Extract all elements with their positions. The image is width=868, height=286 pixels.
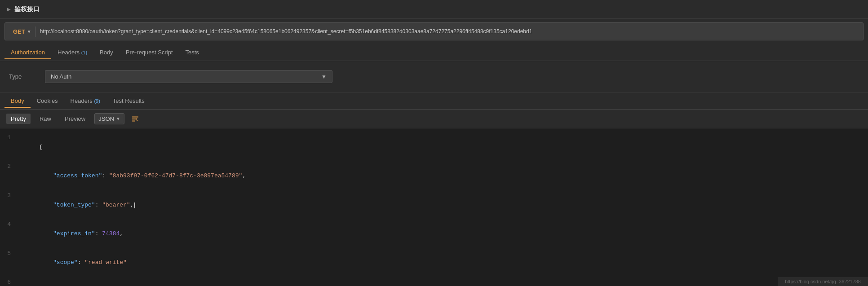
- title-bar: ▶ 鉴权接口: [0, 0, 868, 19]
- code-line-3: 3 "token_type": "bearer",: [0, 191, 868, 220]
- tab-pre-request-script[interactable]: Pre-request Script: [120, 45, 179, 59]
- tab-test-results[interactable]: Test Results: [106, 94, 151, 108]
- tab-tests[interactable]: Tests: [179, 45, 205, 59]
- format-preview-btn[interactable]: Preview: [60, 114, 90, 124]
- footer: https://blog.csdn.net/qq_36221788: [778, 277, 868, 286]
- auth-type-label: Type: [9, 73, 45, 80]
- code-line-4: 4 "expires_in": 74384,: [0, 220, 868, 248]
- tab-headers-req[interactable]: Headers (1): [51, 45, 93, 59]
- tab-cookies[interactable]: Cookies: [31, 94, 64, 108]
- line-number: 3: [0, 191, 18, 219]
- auth-section: Type No Auth ▼: [0, 61, 868, 92]
- svg-rect-2: [132, 120, 135, 121]
- svg-rect-1: [132, 119, 137, 119]
- collapse-arrow-icon[interactable]: ▶: [7, 7, 11, 12]
- format-bar: Pretty Raw Preview JSON ▼: [0, 110, 868, 128]
- url-bar: GET ▼ http://localhost:8080/oauth/token?…: [4, 22, 864, 40]
- code-line-1: 1 {: [0, 133, 868, 162]
- format-pretty-btn[interactable]: Pretty: [6, 114, 31, 124]
- format-type-value: JSON: [98, 115, 114, 122]
- auth-type-value: No Auth: [51, 73, 71, 80]
- url-input[interactable]: http://localhost:8080/oauth/token?grant_…: [40, 28, 859, 35]
- line-number: 2: [0, 162, 18, 190]
- code-line-2: 2 "access_token": "8ab93f97-0f62-47d7-8f…: [0, 162, 868, 190]
- method-label: GET: [13, 28, 25, 35]
- tab-body-req[interactable]: Body: [93, 45, 120, 59]
- tab-authorization[interactable]: Authorization: [4, 45, 51, 59]
- format-raw-btn[interactable]: Raw: [35, 114, 56, 124]
- auth-chevron-icon: ▼: [321, 74, 327, 80]
- headers-resp-badge: (9): [94, 98, 100, 104]
- response-body-code: 1 { 2 "access_token": "8ab93f97-0f62-47d…: [0, 128, 868, 286]
- method-dropdown[interactable]: GET ▼: [9, 26, 35, 37]
- line-number: 5: [0, 249, 18, 277]
- tab-body-resp[interactable]: Body: [4, 94, 31, 108]
- auth-type-dropdown[interactable]: No Auth ▼: [45, 70, 332, 83]
- svg-rect-0: [132, 116, 138, 117]
- wrap-lines-btn[interactable]: [129, 114, 142, 124]
- format-chevron-icon: ▼: [116, 116, 120, 121]
- footer-link[interactable]: https://blog.csdn.net/qq_36221788: [785, 279, 861, 284]
- code-line-5: 5 "scope": "read write": [0, 249, 868, 277]
- code-line-6: 6 }: [0, 277, 868, 286]
- line-number: 1: [0, 133, 18, 161]
- response-tabs: Body Cookies Headers (9) Test Results: [0, 92, 868, 110]
- line-number: 6: [0, 278, 18, 286]
- tab-headers-resp[interactable]: Headers (9): [64, 94, 106, 108]
- format-type-dropdown[interactable]: JSON ▼: [94, 113, 124, 124]
- line-number: 4: [0, 220, 18, 248]
- headers-badge: (1): [81, 50, 87, 55]
- page-title: 鉴权接口: [14, 5, 40, 13]
- request-tabs: Authorization Headers (1) Body Pre-reque…: [0, 44, 868, 61]
- method-chevron-icon: ▼: [27, 29, 31, 34]
